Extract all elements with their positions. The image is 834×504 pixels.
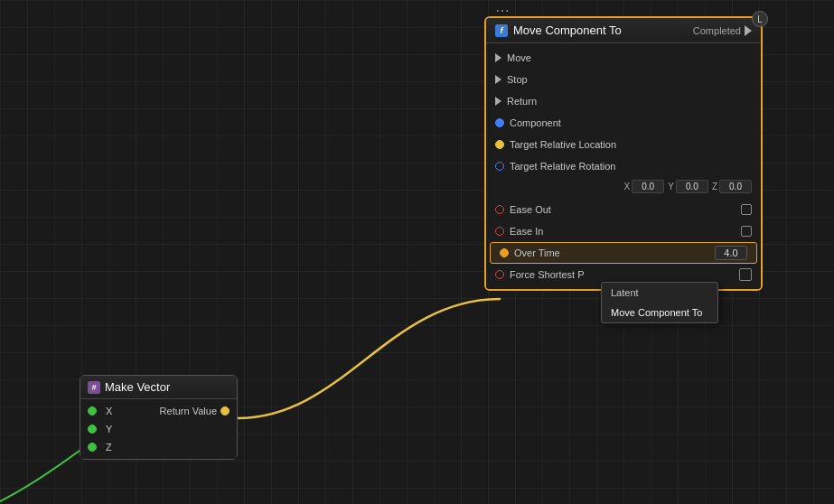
z-pin-group[interactable]: Z bbox=[88, 442, 112, 453]
pin-circle-component bbox=[495, 118, 504, 127]
rotation-y-input[interactable] bbox=[676, 180, 708, 193]
pin-circle-ease-out bbox=[495, 205, 504, 214]
make-vector-title: Make Vector bbox=[105, 380, 230, 394]
force-shortest-checkbox[interactable] bbox=[739, 268, 752, 281]
node-header: f Move Component To Completed L bbox=[486, 18, 761, 43]
pin-rotation-xyz: X Y Z bbox=[486, 177, 761, 199]
exec-pin-return bbox=[495, 97, 501, 106]
pin-label-ease-in: Ease In bbox=[510, 226, 543, 237]
pin-label-over-time: Over Time bbox=[514, 247, 560, 258]
rotation-fields: X Y Z bbox=[623, 180, 752, 193]
node-function-icon: f bbox=[495, 24, 508, 37]
make-vector-z-row[interactable]: Z bbox=[80, 438, 237, 456]
y-pin-label: Y bbox=[106, 424, 112, 434]
node-collapse-icon: ⋯ bbox=[495, 2, 510, 19]
pin-label-ease-out: Ease Out bbox=[510, 204, 551, 215]
exec-pin-move bbox=[495, 53, 501, 62]
pin-circle-ease-in bbox=[495, 227, 504, 236]
pin-component[interactable]: Component bbox=[486, 112, 761, 134]
pin-circle-x bbox=[88, 406, 97, 415]
over-time-input[interactable] bbox=[715, 246, 747, 260]
exec-out-pin bbox=[745, 25, 752, 36]
pin-circle-y bbox=[88, 425, 97, 434]
node-body: Move Stop Return Component Target Relati… bbox=[486, 43, 761, 289]
ease-out-checkbox[interactable] bbox=[741, 204, 752, 215]
tooltip-item-latent[interactable]: Latent bbox=[602, 283, 717, 303]
pin-label-rotation: Target Relative Rotation bbox=[510, 161, 615, 172]
make-vector-node: # Make Vector X Return Value Y bbox=[80, 375, 238, 460]
return-value-pin bbox=[220, 406, 230, 415]
z-label: Z bbox=[712, 182, 717, 191]
pin-circle-rotation bbox=[495, 162, 504, 171]
return-value-label: Return Value bbox=[160, 406, 217, 416]
node-badge: L bbox=[752, 11, 768, 27]
pin-move[interactable]: Move bbox=[486, 47, 761, 69]
pin-target-location[interactable]: Target Relative Location bbox=[486, 134, 761, 155]
pin-label-location: Target Relative Location bbox=[510, 139, 616, 150]
tooltip-dropdown: Latent Move Component To bbox=[601, 282, 718, 323]
rotation-x-input[interactable] bbox=[632, 180, 664, 193]
rotation-z-field[interactable]: Z bbox=[712, 180, 752, 193]
make-vector-x-row: X Return Value bbox=[80, 402, 237, 420]
rotation-y-field[interactable]: Y bbox=[668, 180, 708, 193]
make-vector-body: X Return Value Y Z bbox=[80, 399, 237, 459]
pin-circle-location bbox=[495, 140, 504, 149]
pin-return[interactable]: Return bbox=[486, 90, 761, 112]
pin-ease-in[interactable]: Ease In bbox=[486, 220, 761, 242]
return-value-group[interactable]: Return Value bbox=[160, 406, 230, 416]
y-pin-group[interactable]: Y bbox=[88, 424, 112, 434]
y-label: Y bbox=[668, 182, 674, 191]
pin-label-component: Component bbox=[510, 117, 561, 128]
pin-circle-force-shortest bbox=[495, 270, 504, 279]
pin-label-stop: Stop bbox=[507, 74, 528, 85]
pin-label-force-shortest: Force Shortest P bbox=[510, 269, 585, 280]
make-vector-header: # Make Vector bbox=[80, 376, 237, 399]
move-component-node: ⋯ f Move Component To Completed L Move S… bbox=[484, 16, 763, 291]
x-label: X bbox=[624, 182, 631, 191]
pin-circle-z bbox=[88, 443, 97, 452]
ease-in-checkbox[interactable] bbox=[741, 226, 752, 237]
rotation-x-field[interactable]: X bbox=[624, 180, 665, 193]
make-vector-y-row[interactable]: Y bbox=[80, 420, 237, 438]
x-pin-group[interactable]: X bbox=[88, 406, 112, 416]
pin-label-move: Move bbox=[507, 52, 531, 63]
node-title: Move Component To bbox=[513, 23, 688, 37]
exec-pin-stop bbox=[495, 75, 501, 84]
rotation-z-input[interactable] bbox=[719, 180, 752, 193]
pin-over-time[interactable]: Over Time bbox=[490, 242, 757, 264]
pin-ease-out[interactable]: Ease Out bbox=[486, 199, 761, 220]
pin-target-rotation[interactable]: Target Relative Rotation bbox=[486, 155, 761, 177]
pin-label-return: Return bbox=[507, 96, 537, 107]
pin-circle-over-time bbox=[500, 248, 509, 257]
make-vector-icon: # bbox=[88, 381, 100, 394]
canvas: ⋯ f Move Component To Completed L Move S… bbox=[0, 0, 834, 504]
pin-stop[interactable]: Stop bbox=[486, 69, 761, 90]
x-pin-label: X bbox=[106, 406, 112, 416]
completed-label: Completed bbox=[693, 25, 752, 36]
tooltip-item-move-component[interactable]: Move Component To bbox=[602, 303, 717, 322]
z-pin-label: Z bbox=[106, 442, 112, 453]
